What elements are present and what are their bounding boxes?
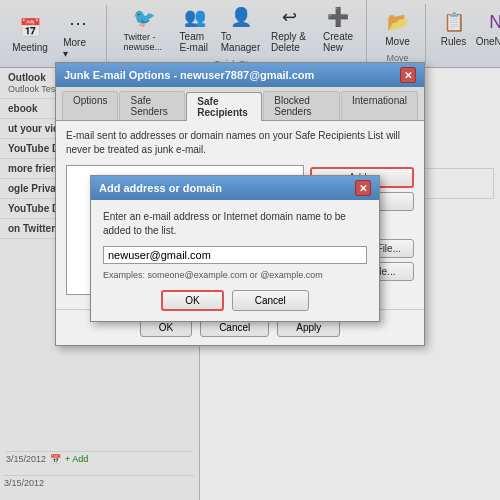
add-dialog-titlebar: Add address or domain ✕: [91, 176, 379, 200]
tab-options[interactable]: Options: [62, 91, 118, 120]
junk-dialog-description: E-mail sent to addresses or domain names…: [66, 129, 414, 157]
add-address-dialog: Add address or domain ✕ Enter an e-mail …: [90, 175, 380, 322]
add-cancel-button[interactable]: Cancel: [232, 290, 309, 311]
tab-safe-senders[interactable]: Safe Senders: [119, 91, 185, 120]
junk-dialog-close-button[interactable]: ✕: [400, 67, 416, 83]
tab-safe-recipients[interactable]: Safe Recipients: [186, 92, 262, 121]
junk-dialog-titlebar: Junk E-mail Options - newuser7887@gmail.…: [56, 63, 424, 87]
add-dialog-title: Add address or domain: [99, 182, 222, 194]
add-address-input[interactable]: [103, 246, 367, 264]
tab-international[interactable]: International: [341, 91, 418, 120]
add-dialog-buttons: OK Cancel: [103, 290, 367, 311]
add-dialog-close-button[interactable]: ✕: [355, 180, 371, 196]
add-examples-text: Examples: someone@example.com or @exampl…: [103, 270, 367, 280]
junk-dialog-title: Junk E-mail Options - newuser7887@gmail.…: [64, 69, 314, 81]
add-ok-button[interactable]: OK: [161, 290, 223, 311]
junk-dialog-tabs: Options Safe Senders Safe Recipients Blo…: [56, 87, 424, 121]
add-dialog-body: Enter an e-mail address or Internet doma…: [91, 200, 379, 321]
tab-blocked-senders[interactable]: Blocked Senders: [263, 91, 340, 120]
add-dialog-description: Enter an e-mail address or Internet doma…: [103, 210, 367, 238]
